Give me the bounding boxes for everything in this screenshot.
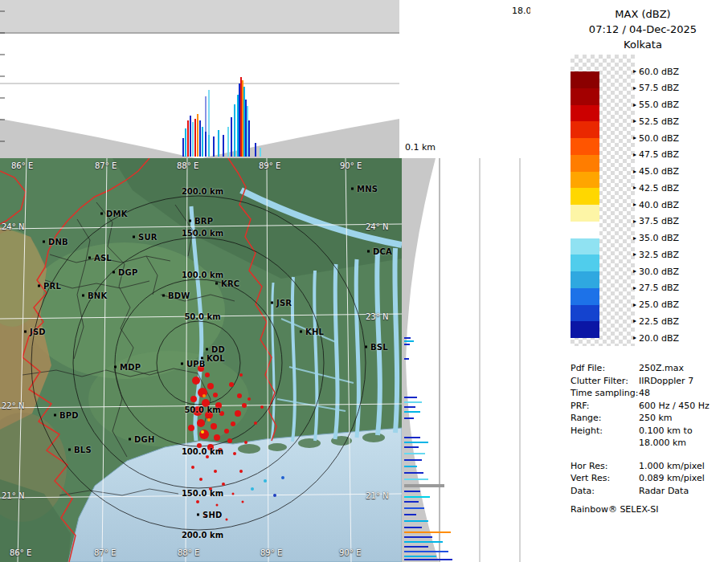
tick-arrow-icon: ▸ <box>633 185 636 191</box>
tick-arrow-icon: ▸ <box>633 202 636 208</box>
legend-threshold-label: ▸22.5 dBZ <box>633 316 679 327</box>
radar-viewer-screen: 18.0 km 0.1 km <box>0 0 728 562</box>
legend-threshold-label: ▸47.5 dBZ <box>633 149 679 161</box>
tick-arrow-icon: ▸ <box>633 85 636 92</box>
software-credit: Rainbow® SELEX-SI <box>571 504 728 515</box>
legend-color-bands <box>571 71 599 338</box>
legend-threshold-label: ▸55.0 dBZ <box>633 100 679 111</box>
tick-arrow-icon: ▸ <box>633 152 636 158</box>
radar-site-name: Kolkata <box>558 37 728 52</box>
legend-threshold-label: ▸20.0 dBZ <box>633 332 679 344</box>
info-row: Data:Radar Data <box>571 486 728 499</box>
tick-arrow-icon: ▸ <box>633 251 636 258</box>
info-row: Time sampling:48 <box>571 388 728 401</box>
legend-threshold-label: ▸27.5 dBZ <box>633 283 679 294</box>
legend-band <box>571 205 599 222</box>
tick-arrow-icon: ▸ <box>633 169 636 175</box>
info-row: Pdf File:250Z.max <box>571 363 728 376</box>
legend-header: MAX (dBZ) 07:12 / 04-Dec-2025 Kolkata <box>530 0 728 52</box>
legend-threshold-label: ▸32.5 dBZ <box>633 249 679 260</box>
top-projection-panel <box>0 0 399 158</box>
product-datetime: 07:12 / 04-Dec-2025 <box>558 22 728 37</box>
legend-band <box>571 255 599 271</box>
product-title: MAX (dBZ) <box>558 6 728 22</box>
legend-panel: MAX (dBZ) 07:12 / 04-Dec-2025 Kolkata ▸6… <box>530 0 728 562</box>
legend-threshold-label: ▸35.0 dBZ <box>633 233 679 244</box>
tick-arrow-icon: ▸ <box>633 302 636 308</box>
tick-arrow-icon: ▸ <box>633 68 636 75</box>
legend-threshold-label: ▸52.5 dBZ <box>633 116 679 127</box>
tick-arrow-icon: ▸ <box>633 318 636 324</box>
tick-arrow-icon: ▸ <box>633 118 636 124</box>
top-projection-canvas <box>0 0 399 158</box>
radar-map-panel: MNSDMKBRPSURDNBASLDCADGPPRLKRCBNKBDWJSRK… <box>0 158 402 562</box>
info-row: Height:0.100 km to <box>571 426 728 438</box>
legend-threshold-label: ▸42.5 dBZ <box>633 182 679 193</box>
info-row: Range:250 km <box>571 413 728 426</box>
legend-band <box>571 105 599 122</box>
legend-band <box>571 172 599 189</box>
legend-band <box>571 121 599 138</box>
tick-arrow-icon: ▸ <box>633 235 636 242</box>
legend-threshold-label: ▸37.5 dBZ <box>633 216 679 227</box>
tick-arrow-icon: ▸ <box>633 218 636 225</box>
legend-band <box>571 238 599 255</box>
legend-band <box>571 71 599 88</box>
tick-arrow-icon: ▸ <box>633 268 636 275</box>
info-row: Vert Res:0.089 km/pixel <box>571 473 728 486</box>
radar-map-canvas <box>0 158 402 562</box>
legend-colorbar: ▸60.0 dBZ▸57.5 dBZ▸55.0 dBZ▸52.5 dBZ▸50.… <box>571 55 635 346</box>
legend-threshold-label: ▸25.0 dBZ <box>633 299 679 311</box>
legend-threshold-label: ▸57.5 dBZ <box>633 83 679 94</box>
info-row: PRF:600 Hz / 450 Hz <box>571 401 728 413</box>
info-row: Clutter Filter:IIRDoppler 7 <box>571 376 728 389</box>
info-row: Hor Res:1.000 km/pixel <box>571 461 728 474</box>
legend-band <box>571 88 599 105</box>
legend-threshold-label: ▸60.0 dBZ <box>633 66 679 77</box>
legend-threshold-label: ▸40.0 dBZ <box>633 199 679 210</box>
legend-band <box>571 188 599 205</box>
legend-threshold-label: ▸50.0 dBZ <box>633 132 679 144</box>
legend-band <box>571 321 599 338</box>
tick-arrow-icon: ▸ <box>633 335 636 341</box>
side-projection-panel <box>402 158 530 562</box>
legend-band <box>571 271 599 288</box>
tick-arrow-icon: ▸ <box>633 285 636 291</box>
legend-band <box>571 288 599 305</box>
legend-threshold-label: ▸30.0 dBZ <box>633 266 679 277</box>
tick-arrow-icon: ▸ <box>633 102 636 108</box>
product-info: Pdf File:250Z.maxClutter Filter:IIRDoppl… <box>571 363 728 515</box>
tick-arrow-icon: ▸ <box>633 135 636 141</box>
side-projection-canvas <box>402 158 530 562</box>
legend-band <box>571 138 599 155</box>
height-axis-min-label: 0.1 km <box>405 142 436 153</box>
info-rows: Pdf File:250Z.maxClutter Filter:IIRDoppl… <box>571 363 728 498</box>
legend-band <box>571 305 599 322</box>
legend-band <box>571 222 599 238</box>
legend-threshold-label: ▸45.0 dBZ <box>633 166 679 177</box>
legend-band <box>571 155 599 172</box>
info-row: 18.000 km <box>571 438 728 450</box>
